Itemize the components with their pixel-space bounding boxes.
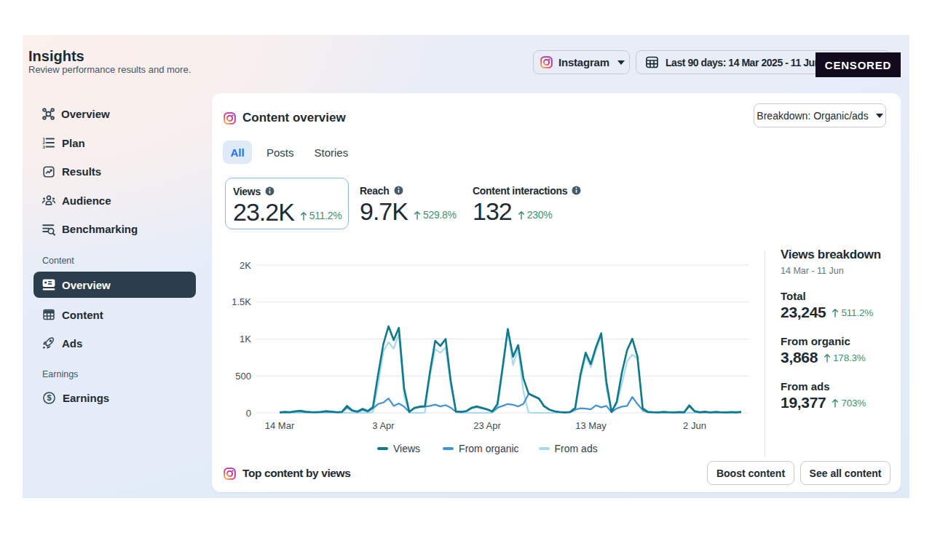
svg-text:13 May: 13 May (575, 420, 607, 431)
svg-text:2 Jun: 2 Jun (683, 420, 706, 431)
svg-text:$: $ (47, 393, 51, 402)
svg-text:3 Apr: 3 Apr (372, 420, 395, 431)
svg-text:500: 500 (235, 371, 251, 382)
svg-text:1K: 1K (240, 334, 251, 344)
svg-text:14 Mar: 14 Mar (265, 420, 295, 431)
svg-text:3: 3 (42, 144, 45, 149)
svg-text:1.5K: 1.5K (232, 296, 251, 307)
svg-text:2K: 2K (240, 260, 251, 271)
svg-text:0: 0 (246, 408, 251, 419)
svg-text:23 Apr: 23 Apr (473, 420, 501, 431)
